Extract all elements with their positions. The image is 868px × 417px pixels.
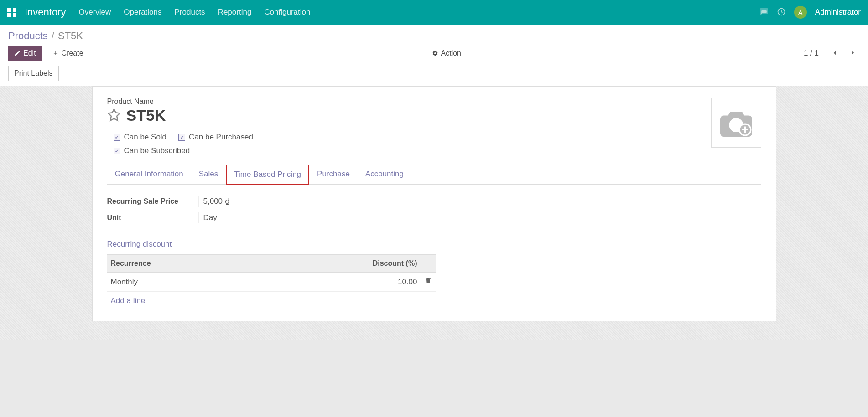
checkbox-checked-icon: ✔ bbox=[114, 148, 120, 154]
delete-row-button[interactable] bbox=[425, 278, 432, 286]
unit-label: Unit bbox=[107, 214, 198, 222]
unit-value: Day bbox=[198, 212, 434, 223]
breadcrumb-parent[interactable]: Products bbox=[8, 30, 48, 42]
nav-configuration[interactable]: Configuration bbox=[264, 8, 310, 17]
recurring-discount-title: Recurring discount bbox=[107, 240, 761, 249]
can-be-sold-checkbox[interactable]: ✔ Can be Sold bbox=[114, 133, 167, 142]
app-title[interactable]: Inventory bbox=[25, 6, 66, 18]
add-line-button[interactable]: Add a line bbox=[107, 292, 149, 310]
tab-purchase[interactable]: Purchase bbox=[309, 165, 358, 185]
chevron-right-icon bbox=[849, 49, 857, 57]
checkbox-checked-icon: ✔ bbox=[178, 134, 185, 141]
can-be-purchased-checkbox[interactable]: ✔ Can be Purchased bbox=[178, 133, 253, 142]
breadcrumb-separator: / bbox=[52, 30, 54, 42]
product-title: ST5K bbox=[126, 107, 166, 124]
edit-button-label: Edit bbox=[23, 49, 36, 57]
top-nav: Inventory Overview Operations Products R… bbox=[0, 0, 868, 25]
can-be-sold-label: Can be Sold bbox=[124, 133, 167, 142]
col-discount: Discount (%) bbox=[257, 255, 421, 273]
nav-operations[interactable]: Operations bbox=[124, 8, 161, 17]
discount-cell: 10.00 bbox=[257, 273, 421, 292]
apps-icon[interactable] bbox=[7, 8, 16, 17]
nav-right: A Administrator bbox=[759, 6, 861, 19]
favorite-star-icon[interactable] bbox=[107, 108, 121, 123]
recurring-sale-price-value: 5,000 ₫ bbox=[198, 196, 434, 207]
print-labels-button[interactable]: Print Labels bbox=[8, 66, 59, 81]
tabs: General Information Sales Time Based Pri… bbox=[107, 165, 761, 185]
edit-button[interactable]: Edit bbox=[8, 46, 42, 61]
camera-plus-icon bbox=[718, 107, 754, 139]
tab-sales[interactable]: Sales bbox=[191, 165, 226, 185]
checkbox-checked-icon: ✔ bbox=[114, 134, 120, 141]
username[interactable]: Administrator bbox=[815, 8, 861, 17]
form-background: Product Name ST5K ✔ Can be Sold ✔ bbox=[0, 86, 868, 340]
can-be-subscribed-label: Can be Subscribed bbox=[124, 146, 190, 155]
create-button-label: Create bbox=[62, 49, 83, 57]
activities-icon[interactable] bbox=[777, 7, 786, 18]
nav-reporting[interactable]: Reporting bbox=[218, 8, 252, 17]
pager-text[interactable]: 1 / 1 bbox=[804, 49, 819, 58]
form-sheet: Product Name ST5K ✔ Can be Sold ✔ bbox=[92, 86, 776, 321]
trash-icon bbox=[425, 277, 432, 284]
recurring-sale-price-field: Recurring Sale Price 5,000 ₫ bbox=[107, 193, 434, 210]
pencil-icon bbox=[14, 50, 21, 57]
table-row[interactable]: Monthly 10.00 bbox=[107, 273, 436, 292]
breadcrumb: Products / ST5K bbox=[8, 30, 860, 42]
recurrence-cell: Monthly bbox=[107, 273, 257, 292]
recurring-sale-price-label: Recurring Sale Price bbox=[107, 197, 198, 206]
gear-icon bbox=[432, 50, 438, 57]
nav-overview[interactable]: Overview bbox=[79, 8, 111, 17]
create-button[interactable]: Create bbox=[47, 46, 89, 61]
avatar[interactable]: A bbox=[794, 6, 807, 19]
can-be-purchased-label: Can be Purchased bbox=[189, 133, 253, 142]
plus-icon bbox=[52, 50, 59, 57]
product-image-upload[interactable] bbox=[711, 98, 761, 148]
tab-general-information[interactable]: General Information bbox=[107, 165, 191, 185]
breadcrumb-current: ST5K bbox=[58, 30, 83, 42]
can-be-subscribed-checkbox[interactable]: ✔ Can be Subscribed bbox=[114, 146, 190, 155]
action-button[interactable]: Action bbox=[426, 46, 467, 61]
tab-accounting[interactable]: Accounting bbox=[358, 165, 411, 185]
pager-prev[interactable] bbox=[828, 47, 842, 60]
col-recurrence: Recurrence bbox=[107, 255, 257, 273]
chevron-left-icon bbox=[831, 49, 839, 57]
control-panel: Products / ST5K Edit Create Action 1 / 1 bbox=[0, 25, 868, 86]
conversations-icon[interactable] bbox=[759, 7, 769, 18]
nav-products[interactable]: Products bbox=[175, 8, 205, 17]
print-labels-label: Print Labels bbox=[14, 69, 53, 77]
pager-next[interactable] bbox=[846, 47, 860, 60]
unit-field: Unit Day bbox=[107, 210, 434, 226]
action-button-label: Action bbox=[441, 49, 461, 57]
nav-menu: Overview Operations Products Reporting C… bbox=[79, 8, 311, 17]
recurring-discount-table: Recurrence Discount (%) Monthly 10.00 bbox=[107, 254, 436, 310]
product-name-label: Product Name bbox=[107, 98, 711, 106]
tab-time-based-pricing[interactable]: Time Based Pricing bbox=[226, 165, 309, 185]
